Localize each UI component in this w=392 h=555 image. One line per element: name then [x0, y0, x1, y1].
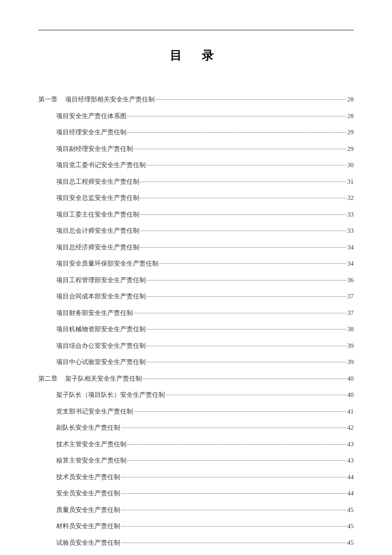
toc-item-label: 项目工委主任安全生产责任制 [56, 208, 139, 221]
toc-item-label: 核算主管安全生产责任制 [56, 454, 127, 467]
toc-leader-dots [140, 198, 346, 198]
toc-item-label: 项目安全质量环保部安全生产责任制 [56, 257, 159, 270]
toc-item-row: 项目合同成本部安全生产责任制37 [38, 290, 354, 303]
toc-item-label: 项目安全生产责任体系图 [56, 110, 127, 122]
toc-item-row: 项目总会计师安全生产责任制33 [38, 225, 354, 237]
toc-page-number: 37 [347, 290, 354, 303]
toc-page-number: 39 [347, 356, 354, 368]
header-rule [38, 30, 354, 30]
toc-leader-dots [121, 477, 346, 477]
toc-page-number: 33 [347, 225, 354, 237]
toc-chapter-label: 项目经理部相关安全生产责任制 [65, 93, 155, 106]
toc-item-label: 试验员安全生产责任制 [56, 537, 120, 549]
toc-leader-dots [121, 428, 346, 428]
toc-leader-dots [156, 99, 346, 100]
toc-item-row: 项目党工委书记安全生产责任制30 [38, 159, 354, 171]
toc-item-row: 项目总工程师安全生产责任制31 [38, 176, 354, 188]
toc-page-number: 28 [347, 93, 354, 106]
toc-item-label: 质量员安全生产责任制 [56, 504, 120, 516]
toc-item-label: 项目总工程师安全生产责任制 [56, 176, 139, 188]
toc-item-label: 项目安全总监安全生产责任制 [56, 192, 139, 204]
toc-item-row: 党支部书记安全生产责任制41 [38, 405, 354, 418]
toc-leader-dots [134, 411, 346, 412]
toc-item-label: 项目工程管理部安全生产责任制 [56, 274, 146, 286]
toc-item-label: 项目综合办公室安全生产责任制 [56, 340, 146, 352]
toc-leader-dots [121, 510, 346, 510]
toc-page-number: 44 [347, 471, 354, 483]
toc-item-label: 技术员安全生产责任制 [56, 471, 120, 483]
toc-item-label: 安全员安全生产责任制 [56, 487, 120, 500]
toc-item-label: 项目党工委书记安全生产责任制 [56, 159, 146, 171]
toc-item-label: 项目总会计师安全生产责任制 [56, 225, 139, 237]
toc-leader-dots [140, 231, 346, 231]
toc-item-row: 项目安全质量环保部安全生产责任制34 [38, 257, 354, 270]
toc-item-row: 项目工委主任安全生产责任制33 [38, 208, 354, 221]
toc-item-row: 项目经理安全生产责任制29 [38, 126, 354, 139]
toc-item-row: 项目总经济师安全生产责任制34 [38, 241, 354, 254]
toc-item-label: 项目副经理安全生产责任制 [56, 143, 133, 155]
toc-page-number: 37 [347, 307, 354, 319]
page-title: 目 录 [38, 47, 354, 64]
toc-item-row: 项目中心试验室安全生产责任制39 [38, 356, 354, 368]
toc-item-row: 架子队长（项目队长）安全生产责任制40 [38, 389, 354, 401]
toc-page-number: 33 [347, 208, 354, 221]
toc-item-row: 安全员安全生产责任制44 [38, 487, 354, 500]
toc-leader-dots [134, 313, 346, 313]
toc-leader-dots [140, 182, 346, 182]
toc-item-label: 项目合同成本部安全生产责任制 [56, 290, 146, 303]
toc-item-row: 材料员安全生产责任制45 [38, 520, 354, 532]
toc-leader-dots [134, 149, 346, 149]
toc-page-number: 29 [347, 126, 354, 139]
toc-item-label: 副队长安全生产责任制 [56, 422, 120, 434]
toc-item-label: 领工员（施工员）安全生产责任制 [56, 553, 152, 555]
toc-leader-dots [147, 362, 346, 362]
toc-item-label: 技术主管安全生产责任制 [56, 438, 127, 451]
toc-item-row: 项目副经理安全生产责任制29 [38, 143, 354, 155]
toc-page-number: 45 [347, 520, 354, 532]
toc-item-row: 技术主管安全生产责任制43 [38, 438, 354, 451]
toc-leader-dots [140, 214, 346, 215]
toc-leader-dots [147, 280, 346, 280]
toc-leader-dots [159, 263, 346, 264]
toc-page-number: 34 [347, 241, 354, 254]
toc-item-row: 项目工程管理部安全生产责任制36 [38, 274, 354, 286]
toc-leader-dots [127, 444, 346, 445]
toc-item-row: 质量员安全生产责任制45 [38, 504, 354, 516]
toc-page-number: 38 [347, 323, 354, 335]
toc-leader-dots [166, 395, 346, 395]
toc-page-number: 36 [347, 274, 354, 286]
toc-page-number: 34 [347, 257, 354, 270]
toc-page-number: 46 [347, 553, 354, 555]
document-page: 目 录 第一章项目经理部相关安全生产责任制28项目安全生产责任体系图28项目经理… [0, 0, 392, 555]
toc-page-number: 39 [347, 340, 354, 352]
toc-leader-dots [147, 329, 346, 330]
toc-item-row: 项目财务部安全生产责任制37 [38, 307, 354, 319]
toc-leader-dots [147, 346, 346, 346]
toc-chapter-prefix: 第二章 [38, 373, 58, 385]
toc-item-row: 项目机械物资部安全生产责任制38 [38, 323, 354, 335]
table-of-contents: 第一章项目经理部相关安全生产责任制28项目安全生产责任体系图28项目经理安全生产… [38, 93, 354, 555]
toc-item-row: 项目安全生产责任体系图28 [38, 110, 354, 122]
toc-leader-dots [121, 493, 346, 494]
toc-item-label: 党支部书记安全生产责任制 [56, 405, 133, 418]
toc-page-number: 41 [347, 405, 354, 418]
toc-item-label: 项目财务部安全生产责任制 [56, 307, 133, 319]
toc-leader-dots [127, 460, 346, 461]
toc-leader-dots [127, 116, 346, 116]
toc-item-label: 项目机械物资部安全生产责任制 [56, 323, 146, 335]
toc-item-row: 试验员安全生产责任制45 [38, 537, 354, 549]
toc-leader-dots [147, 165, 346, 165]
toc-page-number: 28 [347, 110, 354, 122]
toc-item-label: 材料员安全生产责任制 [56, 520, 120, 532]
toc-page-number: 45 [347, 504, 354, 516]
toc-page-number: 32 [347, 192, 354, 204]
toc-item-row: 项目综合办公室安全生产责任制39 [38, 340, 354, 352]
toc-leader-dots [127, 132, 346, 133]
toc-item-label: 项目经理安全生产责任制 [56, 126, 127, 139]
toc-page-number: 43 [347, 454, 354, 467]
toc-page-number: 42 [347, 422, 354, 434]
toc-leader-dots [143, 379, 346, 379]
toc-item-row: 项目安全总监安全生产责任制32 [38, 192, 354, 204]
toc-page-number: 40 [347, 373, 354, 385]
toc-page-number: 40 [347, 389, 354, 401]
